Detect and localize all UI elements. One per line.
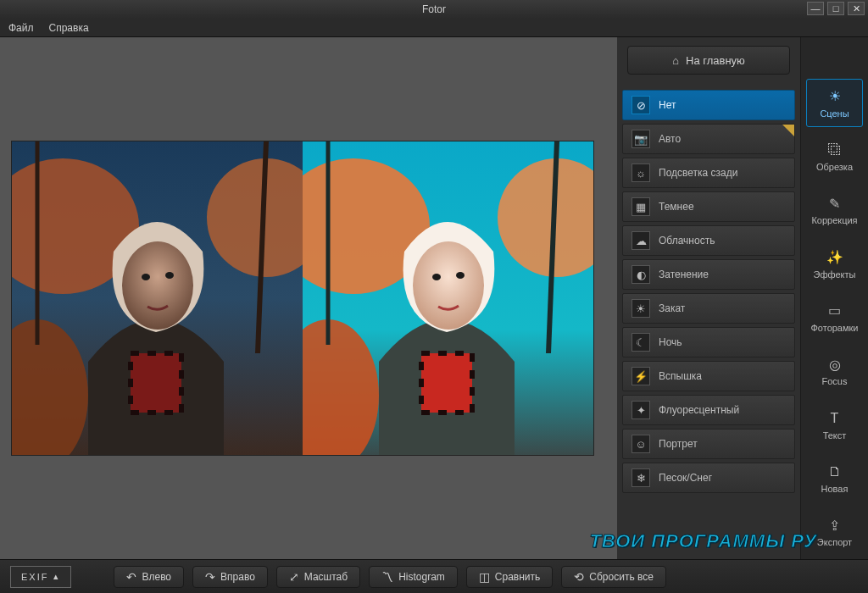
scene-label: Нет — [659, 99, 676, 111]
window-minimize-button[interactable]: — — [807, 2, 824, 15]
tool-label: Экспорт — [817, 537, 852, 547]
tool-label: Сцены — [820, 108, 849, 119]
compare-button[interactable]: ◫Сравнить — [466, 566, 553, 588]
tools-sidebar: ☀Сцены⿻Обрезка✎Коррекция✨Эффекты▭Фоторам… — [800, 37, 868, 559]
tool-icon: T — [826, 410, 843, 427]
scene-item-7[interactable]: ☾Ночь — [622, 327, 795, 357]
window-close-button[interactable]: ✕ — [848, 2, 865, 15]
chevron-up-icon: ▴ — [53, 571, 60, 582]
scene-label: Закат — [659, 302, 685, 314]
scene-item-0[interactable]: ⊘Нет — [622, 90, 795, 120]
tool-icon: ⇪ — [826, 517, 843, 534]
tool-эффекты[interactable]: ✨Эффекты — [806, 240, 863, 288]
scene-icon: 📷 — [632, 130, 650, 148]
rotate-right-label: Вправо — [220, 571, 255, 583]
histogram-button[interactable]: 〽Histogram — [369, 566, 458, 588]
svg-point-7 — [142, 274, 150, 280]
tool-коррекция[interactable]: ✎Коррекция — [806, 186, 863, 235]
scene-icon: ⚡ — [632, 367, 650, 385]
rotate-right-button[interactable]: ↷Вправо — [192, 566, 268, 588]
scene-corner-badge — [782, 125, 794, 136]
tool-label: Focus — [822, 376, 848, 386]
svg-point-15 — [413, 241, 484, 330]
svg-point-17 — [456, 272, 465, 279]
scene-item-11[interactable]: ❄Песок/Снег — [622, 463, 795, 493]
home-icon: ⌂ — [672, 54, 679, 67]
tool-текст[interactable]: TТекст — [806, 401, 863, 449]
image-after — [303, 141, 593, 455]
tool-icon: ⿻ — [826, 141, 843, 158]
tool-label: Фоторамки — [810, 323, 858, 333]
exif-button[interactable]: EXIF ▴ — [10, 566, 71, 588]
scene-item-3[interactable]: ▦Темнее — [622, 191, 795, 222]
image-before — [12, 141, 303, 455]
scene-icon: ▦ — [632, 197, 650, 216]
menu-file[interactable]: Файл — [8, 22, 34, 34]
zoom-icon: ⤢ — [289, 570, 299, 584]
scene-label: Облачность — [659, 235, 715, 247]
svg-rect-13 — [421, 353, 472, 413]
tool-label: Эффекты — [813, 269, 855, 280]
scene-panel: ⌂ На главную ⊘Нет📷Авто☼Подсветка сзади▦Т… — [617, 37, 800, 559]
image-compare[interactable] — [12, 141, 593, 455]
svg-point-6 — [122, 241, 193, 330]
compare-label: Сравнить — [495, 571, 540, 583]
scene-item-10[interactable]: ☺Портрет — [622, 429, 795, 459]
scene-label: Флуоресцентный — [659, 404, 739, 416]
scene-icon: ☁ — [632, 231, 650, 250]
tool-label: Коррекция — [811, 215, 857, 225]
tool-icon: ◎ — [826, 356, 843, 373]
scene-label: Вспышка — [659, 370, 702, 382]
tool-сцены[interactable]: ☀Сцены — [806, 79, 863, 127]
home-button[interactable]: ⌂ На главную — [627, 46, 790, 75]
scene-item-1[interactable]: 📷Авто — [622, 124, 795, 154]
scene-icon: ◐ — [632, 265, 650, 284]
svg-point-16 — [432, 274, 441, 280]
tool-icon: ☀ — [826, 88, 843, 105]
exif-label: EXIF — [21, 572, 48, 582]
scene-label: Портрет — [659, 438, 698, 450]
rotate-left-icon: ↶ — [126, 570, 136, 584]
tool-focus[interactable]: ◎Focus — [806, 347, 863, 396]
scene-icon: ☺ — [632, 435, 650, 453]
tool-icon: 🗋 — [826, 463, 843, 480]
tool-icon: ✎ — [826, 195, 843, 212]
scene-label: Ночь — [659, 336, 682, 348]
window-title: Fotor — [422, 3, 446, 15]
window-controls: — □ ✕ — [807, 2, 865, 15]
window-titlebar: Fotor — □ ✕ — [0, 0, 868, 19]
rotate-left-button[interactable]: ↶Влево — [114, 566, 184, 588]
tool-label: Новая — [821, 484, 849, 494]
scene-icon: ✦ — [632, 401, 650, 419]
tool-обрезка[interactable]: ⿻Обрезка — [806, 132, 863, 180]
menu-help[interactable]: Справка — [49, 22, 89, 34]
reset-label: Сбросить все — [589, 571, 654, 583]
reset-button[interactable]: ⟲Сбросить все — [561, 566, 666, 588]
scene-item-8[interactable]: ⚡Вспышка — [622, 361, 795, 391]
scene-label: Авто — [659, 133, 681, 145]
right-panel: ⌂ На главную ⊘Нет📷Авто☼Подсветка сзади▦Т… — [617, 37, 868, 559]
scene-icon: ⊘ — [632, 96, 650, 114]
scene-item-4[interactable]: ☁Облачность — [622, 225, 795, 256]
tool-экспорт[interactable]: ⇪Экспорт — [806, 508, 863, 557]
tool-новая[interactable]: 🗋Новая — [806, 454, 863, 502]
scene-list: ⊘Нет📷Авто☼Подсветка сзади▦Темнее☁Облачно… — [617, 85, 800, 498]
scene-label: Подсветка сзади — [659, 167, 737, 179]
tool-label: Обрезка — [816, 162, 853, 172]
scene-label: Темнее — [659, 201, 694, 213]
scene-icon: ☼ — [632, 163, 650, 182]
scene-item-9[interactable]: ✦Флуоресцентный — [622, 395, 795, 425]
scene-item-6[interactable]: ☀Закат — [622, 293, 795, 324]
tool-фоторамки[interactable]: ▭Фоторамки — [806, 293, 863, 341]
bottom-toolbar: EXIF ▴ ↶Влево ↷Вправо ⤢Масштаб 〽Histogra… — [0, 559, 868, 593]
zoom-label: Масштаб — [304, 571, 348, 583]
scene-item-2[interactable]: ☼Подсветка сзади — [622, 158, 795, 188]
canvas-area — [0, 37, 617, 559]
home-label: На главную — [686, 54, 745, 67]
zoom-button[interactable]: ⤢Масштаб — [276, 566, 360, 588]
scene-item-5[interactable]: ◐Затенение — [622, 259, 795, 290]
window-maximize-button[interactable]: □ — [827, 2, 844, 15]
svg-point-8 — [165, 272, 174, 279]
histogram-icon: 〽 — [381, 570, 393, 584]
menu-bar: Файл Справка — [0, 19, 868, 37]
